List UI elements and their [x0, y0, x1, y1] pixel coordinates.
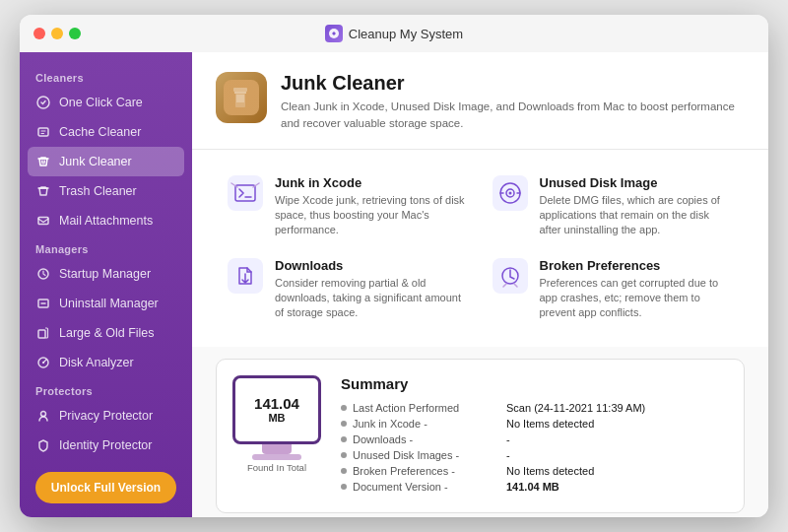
main-window: Cleanup My System Cleaners One Click Car… [20, 15, 768, 517]
feature-text-unused-disk: Unused Disk Image Delete DMG files, whic… [540, 175, 734, 238]
cache-cleaner-icon [35, 124, 51, 140]
page-title: Junk Cleaner [281, 72, 745, 95]
sidebar-item-disk-analyzer[interactable]: Disk Analyzer [20, 348, 192, 377]
summary-key-3: Unused Disk Images - [353, 449, 500, 461]
one-click-care-icon [35, 95, 51, 110]
summary-row-0: Last Action Performed Scan (24-11-2021 1… [341, 402, 728, 414]
app-title: Cleanup My System [349, 27, 463, 41]
feature-card-downloads: Downloads Consider removing partial & ol… [216, 248, 481, 331]
junk-cleaner-app-icon [216, 72, 267, 123]
uninstall-manager-icon [35, 296, 51, 311]
large-old-files-icon [35, 325, 51, 341]
sidebar-label-identity-protector: Identity Protector [59, 438, 153, 452]
sidebar: Cleaners One Click Care Cache [20, 52, 192, 517]
content-area: Junk Cleaner Clean Junk in Xcode, Unused… [192, 52, 768, 517]
sidebar-label-junk-cleaner: Junk Cleaner [59, 155, 132, 168]
feature-desc-downloads: Consider removing partial & old download… [275, 276, 469, 321]
sidebar-item-identity-protector[interactable]: Identity Protector [20, 431, 192, 460]
svg-point-9 [41, 412, 46, 417]
summary-val-4: No Items detected [506, 465, 594, 477]
unlock-button[interactable]: Unlock Full Version [35, 472, 176, 503]
identity-protector-icon [35, 437, 51, 453]
unused-disk-icon [492, 175, 528, 211]
summary-key-4: Broken Preferences - [353, 465, 500, 477]
feature-card-unused-disk: Unused Disk Image Delete DMG files, whic… [481, 166, 746, 248]
close-button[interactable] [33, 28, 45, 39]
protectors-section-title: Protectors [20, 377, 192, 401]
mail-attachments-icon [35, 213, 51, 229]
traffic-lights [33, 28, 81, 39]
sidebar-item-privacy-protector[interactable]: Privacy Protector [20, 401, 192, 431]
feature-card-broken-prefs: Broken Preferences Preferences can get c… [481, 248, 746, 331]
monitor-base [252, 454, 301, 460]
feature-text-downloads: Downloads Consider removing partial & ol… [275, 258, 469, 321]
titlebar: Cleanup My System [20, 15, 768, 52]
disk-analyzer-icon [35, 355, 51, 370]
feature-text-junk-xcode: Junk in Xcode Wipe Xcode junk, retrievin… [275, 175, 469, 238]
svg-point-8 [42, 362, 44, 364]
monitor-value: 141.04 [254, 395, 299, 412]
summary-row-5: Document Version - 141.04 MB [341, 481, 728, 493]
summary-dot [341, 405, 347, 411]
svg-rect-12 [234, 92, 246, 94]
monitor-label: Found In Total [247, 462, 306, 473]
summary-val-5: 141.04 MB [506, 481, 559, 493]
summary-dot [341, 452, 347, 458]
minimize-button[interactable] [51, 28, 63, 39]
maximize-button[interactable] [69, 28, 81, 39]
feature-text-broken-prefs: Broken Preferences Preferences can get c… [540, 258, 734, 321]
junk-xcode-icon [228, 175, 263, 211]
summary-val-3: - [506, 449, 510, 461]
summary-key-2: Downloads - [353, 433, 500, 445]
titlebar-title: Cleanup My System [325, 25, 463, 42]
summary-key-5: Document Version - [353, 481, 500, 493]
trash-cleaner-icon [35, 183, 51, 199]
svg-rect-3 [38, 218, 48, 225]
feature-title-downloads: Downloads [275, 258, 469, 273]
privacy-protector-icon [35, 408, 51, 424]
feature-desc-unused-disk: Delete DMG files, which are copies of ap… [540, 193, 734, 238]
svg-rect-11 [233, 88, 247, 92]
managers-section-title: Managers [20, 235, 192, 259]
sidebar-item-trash-cleaner[interactable]: Trash Cleaner [20, 176, 192, 206]
svg-rect-14 [228, 175, 263, 211]
sidebar-item-startup-manager[interactable]: Startup Manager [20, 259, 192, 289]
summary-row-3: Unused Disk Images - - [341, 449, 728, 461]
feature-title-unused-disk: Unused Disk Image [540, 175, 734, 190]
summary-val-2: - [506, 433, 510, 445]
summary-monitor: 141.04 MB Found In Total [232, 375, 321, 473]
summary-dot [341, 436, 347, 442]
sidebar-label-uninstall-manager: Uninstall Manager [59, 297, 159, 310]
sidebar-item-uninstall-manager[interactable]: Uninstall Manager [20, 289, 192, 318]
summary-table: Last Action Performed Scan (24-11-2021 1… [341, 402, 728, 493]
cleaners-section-title: Cleaners [20, 64, 192, 88]
header-text: Junk Cleaner Clean Junk in Xcode, Unused… [281, 72, 745, 133]
sidebar-label-trash-cleaner: Trash Cleaner [59, 184, 137, 198]
summary-section: 141.04 MB Found In Total Summary Last Ac… [216, 359, 745, 513]
monitor-stand [262, 444, 292, 454]
sidebar-item-junk-cleaner[interactable]: Junk Cleaner [28, 147, 184, 176]
content-header: Junk Cleaner Clean Junk in Xcode, Unused… [192, 52, 768, 150]
sidebar-item-mail-attachments[interactable]: Mail Attachments [20, 206, 192, 235]
app-icon-small [325, 25, 343, 42]
monitor-screen: 141.04 MB [232, 375, 321, 444]
junk-cleaner-icon [35, 154, 51, 169]
summary-row-2: Downloads - - [341, 433, 728, 445]
summary-val-0: Scan (24-11-2021 11:39 AM) [506, 402, 645, 414]
feature-title-junk-xcode: Junk in Xcode [275, 175, 469, 190]
sidebar-item-one-click-care[interactable]: One Click Care [20, 88, 192, 117]
summary-key-1: Junk in Xcode - [353, 418, 500, 430]
summary-dot [341, 421, 347, 427]
sidebar-footer: Unlock Full Version [20, 460, 192, 515]
svg-rect-2 [38, 128, 48, 136]
sidebar-label-large-old-files: Large & Old Files [59, 326, 155, 340]
sidebar-item-cache-cleaner[interactable]: Cache Cleaner [20, 117, 192, 147]
summary-key-0: Last Action Performed [353, 402, 500, 414]
sidebar-item-large-old-files[interactable]: Large & Old Files [20, 318, 192, 348]
startup-manager-icon [35, 266, 51, 282]
sidebar-label-startup-manager: Startup Manager [59, 267, 151, 281]
summary-row-1: Junk in Xcode - No Items detected [341, 418, 728, 430]
svg-point-19 [508, 191, 511, 194]
sidebar-label-cache-cleaner: Cache Cleaner [59, 125, 141, 139]
sidebar-label-mail-attachments: Mail Attachments [59, 214, 153, 228]
